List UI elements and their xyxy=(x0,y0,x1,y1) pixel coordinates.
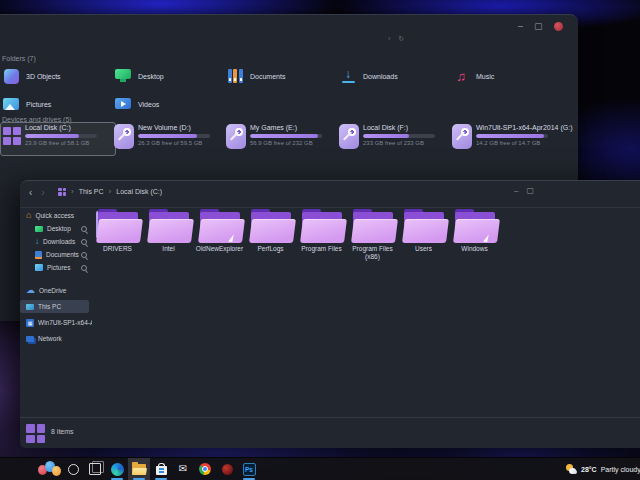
onedrive-cloud-icon: ☁ xyxy=(26,286,35,295)
drive-icon: ▦ xyxy=(26,319,34,327)
folder-program-files-x86[interactable]: Program Files (x86) xyxy=(347,209,398,260)
folder-oldnewexplorer[interactable]: OldNewExplorer xyxy=(194,209,245,260)
address-dropdown-icon[interactable]: › xyxy=(388,35,390,43)
taskbar-mail[interactable]: ✉ xyxy=(172,458,194,480)
sidebar-item-win7ult-drive[interactable]: ▦ Win7Ult-SP1-x64-Ap xyxy=(20,316,92,329)
capacity-bar xyxy=(363,134,435,138)
photoshop-icon: Ps xyxy=(243,463,256,476)
folder-icon xyxy=(198,209,242,243)
sidebar-item-pictures[interactable]: Pictures xyxy=(20,261,92,274)
folder-users[interactable]: Users xyxy=(398,209,449,260)
folder-icon xyxy=(300,209,344,243)
restore-icon[interactable]: ▢ xyxy=(534,21,543,31)
file-explorer-icon xyxy=(132,464,146,475)
drive-tile-d[interactable]: New Volume (D:) 26.3 GB free of 59.5 GB xyxy=(114,124,224,154)
downloads-icon: ↓ xyxy=(35,238,39,246)
tile-pictures[interactable]: Pictures xyxy=(2,92,108,116)
breadcrumb-local-disk-c[interactable]: Local Disk (C:) xyxy=(116,188,162,195)
videos-icon xyxy=(114,95,132,113)
drive-tile-f[interactable]: Local Disk (F:) 233 GB free of 233 GB xyxy=(339,124,449,154)
pin-icon xyxy=(81,265,87,271)
pictures-icon xyxy=(2,95,20,113)
folder-perflogs[interactable]: PerfLogs xyxy=(245,209,296,260)
windows-logo-icon xyxy=(3,127,21,145)
downloads-icon: ↓ xyxy=(339,67,357,85)
group-header-folders[interactable]: Folders (7) xyxy=(2,55,36,62)
desktop-icon xyxy=(35,226,43,232)
breadcrumb-this-pc[interactable]: This PC xyxy=(79,188,104,195)
taskbar-file-explorer[interactable] xyxy=(128,458,150,480)
desktop: – ▢ › ↻ Folders (7) 3D Objects Desktop D… xyxy=(0,0,640,480)
back-icon[interactable]: ‹ xyxy=(29,186,32,200)
3d-objects-icon xyxy=(4,69,19,84)
tile-documents[interactable]: Documents xyxy=(226,64,332,88)
store-icon xyxy=(156,466,167,475)
tile-downloads[interactable]: ↓ Downloads xyxy=(339,64,445,88)
weather-temperature: 28°C xyxy=(581,466,597,473)
tile-desktop[interactable]: Desktop xyxy=(114,64,220,88)
forward-icon[interactable]: › xyxy=(41,186,44,200)
explorer-window-local-disk-c: ‹ › › This PC › Local Disk (C:) – ▢ ⌂ Qu… xyxy=(20,180,640,448)
pictures-icon xyxy=(35,264,43,271)
house-icon: ⌂ xyxy=(26,211,31,220)
sidebar-item-onedrive[interactable]: ☁ OneDrive xyxy=(20,284,92,297)
sidebar-item-this-pc[interactable]: This PC xyxy=(20,300,89,313)
documents-icon xyxy=(35,251,42,259)
tile-3d-objects[interactable]: 3D Objects xyxy=(2,64,108,88)
music-icon: ♫ xyxy=(452,67,470,85)
capacity-bar xyxy=(25,134,97,138)
sidebar-item-documents[interactable]: Documents xyxy=(20,248,92,261)
minimize-icon[interactable]: – xyxy=(514,186,518,195)
folder-windows[interactable]: Windows xyxy=(449,209,500,260)
folder-icon xyxy=(249,209,293,243)
sidebar-item-desktop[interactable]: Desktop xyxy=(20,222,92,235)
taskbar-task-view[interactable] xyxy=(84,458,106,480)
start-button[interactable] xyxy=(36,458,62,480)
folder-icon xyxy=(453,209,497,243)
taskbar-store[interactable] xyxy=(150,458,172,480)
taskbar-chrome[interactable] xyxy=(194,458,216,480)
taskbar-edge[interactable] xyxy=(106,458,128,480)
sidebar-item-network[interactable]: Network xyxy=(20,332,92,345)
folder-drivers[interactable]: DRIVERS xyxy=(92,209,143,260)
folder-icon xyxy=(147,209,191,243)
folder-intel[interactable]: Intel xyxy=(143,209,194,260)
windows-logo-icon xyxy=(26,424,45,443)
folder-grid: DRIVERS Intel OldNewExplorer PerfLogs Pr… xyxy=(92,209,500,260)
navigation-pane: ⌂ Quick access Desktop ↓ Downloads Docum… xyxy=(20,209,92,345)
minimize-icon[interactable]: – xyxy=(518,21,523,31)
desktop-icon xyxy=(114,67,132,85)
tile-videos[interactable]: Videos xyxy=(114,92,220,116)
taskbar-photoshop[interactable]: Ps xyxy=(238,458,260,480)
hard-drive-icon xyxy=(452,124,472,149)
balloons-start-icon xyxy=(37,460,61,478)
chrome-icon xyxy=(199,463,211,475)
drive-tile-g[interactable]: Win7Ult-SP1-x64-Apr2014 (G:) 14.2 GB fre… xyxy=(452,124,562,154)
drive-tile-c[interactable]: Local Disk (C:) 23.9 GB free of 58.1 GB xyxy=(0,122,116,156)
close-icon[interactable] xyxy=(554,22,563,31)
folder-program-files[interactable]: Program Files xyxy=(296,209,347,260)
task-view-icon xyxy=(89,463,101,475)
taskbar-search[interactable] xyxy=(62,458,84,480)
breadcrumb: › This PC › Local Disk (C:) xyxy=(58,187,162,196)
drive-tile-e[interactable]: My Games (E:) 56.9 GB free of 232 GB xyxy=(226,124,336,154)
refresh-icon[interactable]: ↻ xyxy=(398,35,404,43)
sidebar-item-downloads[interactable]: ↓ Downloads xyxy=(20,235,92,248)
capacity-bar xyxy=(138,134,210,138)
divider xyxy=(20,207,640,208)
taskbar-weather-widget[interactable]: 28°C Partly cloudy xyxy=(566,458,640,480)
taskbar-red-app[interactable] xyxy=(216,458,238,480)
sidebar-item-quick-access[interactable]: ⌂ Quick access xyxy=(20,209,92,222)
network-icon xyxy=(26,336,34,342)
tile-music[interactable]: ♫ Music xyxy=(452,64,558,88)
folder-icon xyxy=(402,209,446,243)
pin-icon xyxy=(81,226,87,232)
folder-icon xyxy=(351,209,395,243)
hard-drive-icon xyxy=(114,124,134,149)
window-controls: – ▢ xyxy=(518,19,563,33)
edge-icon xyxy=(111,463,124,476)
documents-icon xyxy=(226,67,244,85)
toolbar: ‹ › › This PC › Local Disk (C:) – ▢ xyxy=(20,181,640,207)
restore-icon[interactable]: ▢ xyxy=(526,186,534,195)
weather-condition: Partly cloudy xyxy=(601,466,640,473)
